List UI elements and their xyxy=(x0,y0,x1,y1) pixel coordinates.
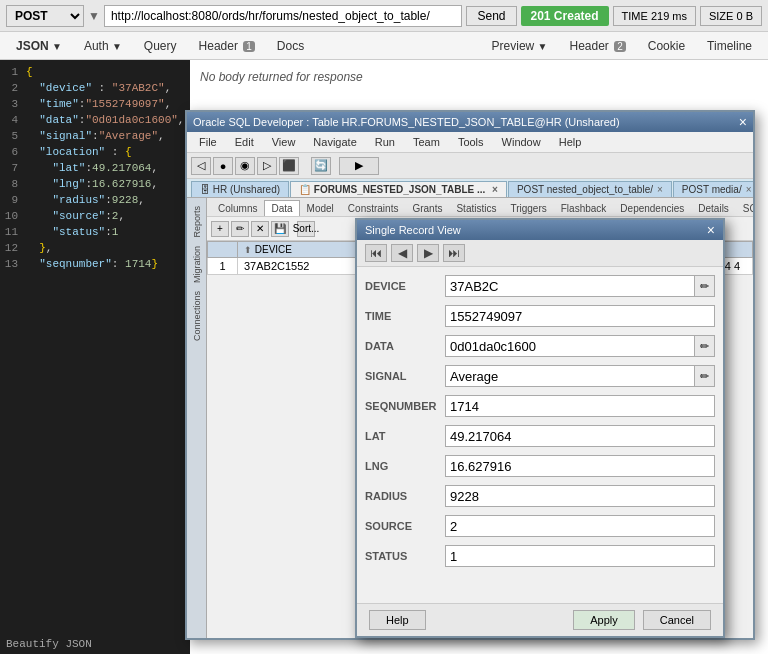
field-device-pencil-button[interactable]: ✏ xyxy=(695,275,715,297)
dialog-cancel-button[interactable]: Cancel xyxy=(643,610,711,630)
oracle-tab-post2[interactable]: POST media/× xyxy=(673,181,753,197)
toolbar-btn-2[interactable]: ● xyxy=(213,157,233,175)
oracle-toolbar: ◁ ● ◉ ▷ ⬛ 🔄 ▶ xyxy=(187,153,753,179)
subtab-triggers[interactable]: Triggers xyxy=(503,200,553,216)
toolbar-btn-5[interactable]: ⬛ xyxy=(279,157,299,175)
field-time-input[interactable] xyxy=(445,305,715,327)
tab-timeline[interactable]: Timeline xyxy=(697,35,762,57)
subtab-columns[interactable]: Columns xyxy=(211,200,264,216)
subtab-constraints[interactable]: Constraints xyxy=(341,200,406,216)
oracle-tab-table-close[interactable]: × xyxy=(492,184,498,195)
table-tool-edit[interactable]: ✏ xyxy=(231,221,249,237)
nav-prev-button[interactable]: ◀ xyxy=(391,244,413,262)
field-lat-row: LAT xyxy=(365,425,715,447)
side-panel: Reports Migration Connections xyxy=(187,198,207,638)
menu-navigate[interactable]: Navigate xyxy=(305,134,364,150)
menu-window[interactable]: Window xyxy=(494,134,549,150)
menu-file[interactable]: File xyxy=(191,134,225,150)
toolbar-btn-3[interactable]: ◉ xyxy=(235,157,255,175)
json-line-11: 11 "status":1 xyxy=(4,224,186,240)
menu-team[interactable]: Team xyxy=(405,134,448,150)
menu-tools[interactable]: Tools xyxy=(450,134,492,150)
field-signal-pencil-button[interactable]: ✏ xyxy=(695,365,715,387)
resp-header-count-badge: 2 xyxy=(614,41,626,52)
nav-last-button[interactable]: ⏭ xyxy=(443,244,465,262)
subtab-grants[interactable]: Grants xyxy=(405,200,449,216)
single-record-dialog: Single Record View × ⏮ ◀ ▶ ⏭ DEVICE ✏ TI… xyxy=(355,218,725,638)
nav-next-button[interactable]: ▶ xyxy=(417,244,439,262)
field-source-input[interactable] xyxy=(445,515,715,537)
oracle-tab-post2-close[interactable]: × xyxy=(746,184,752,195)
json-line-6: 6 "location" : { xyxy=(4,144,186,160)
menu-run[interactable]: Run xyxy=(367,134,403,150)
oracle-tabs: 🗄 HR (Unshared) 📋 FORUMS_NESTED_JSON_TAB… xyxy=(187,179,753,198)
no-body-text: No body returned for response xyxy=(200,70,363,84)
url-input[interactable] xyxy=(104,5,463,27)
oracle-tab-hr-icon: 🗄 xyxy=(200,184,213,195)
tab-query[interactable]: Query xyxy=(134,35,187,57)
time-badge: TIME 219 ms xyxy=(613,6,696,26)
tab-auth[interactable]: Auth ▼ xyxy=(74,35,132,57)
dialog-title: Single Record View xyxy=(365,224,461,236)
field-status-input[interactable] xyxy=(445,545,715,567)
tab-json[interactable]: JSON ▼ xyxy=(6,35,72,57)
field-lng-input[interactable] xyxy=(445,455,715,477)
toolbar-btn-1[interactable]: ◁ xyxy=(191,157,211,175)
menu-edit[interactable]: Edit xyxy=(227,134,262,150)
json-line-13: 13 "seqnumber": 1714} xyxy=(4,256,186,272)
field-time-row: TIME xyxy=(365,305,715,327)
field-data-input[interactable] xyxy=(445,335,695,357)
oracle-close-button[interactable]: × xyxy=(739,115,747,129)
toolbar-btn-6[interactable]: 🔄 xyxy=(311,157,331,175)
oracle-tab-post1-close[interactable]: × xyxy=(657,184,663,195)
oracle-tab-table[interactable]: 📋 FORUMS_NESTED_JSON_TABLE ... × xyxy=(290,181,507,197)
oracle-titlebar: Oracle SQL Developer : Table HR.FORUMS_N… xyxy=(187,112,753,132)
field-device-input-group: ✏ xyxy=(445,275,715,297)
menu-view[interactable]: View xyxy=(264,134,304,150)
send-button[interactable]: Send xyxy=(466,6,516,26)
field-device-input[interactable] xyxy=(445,275,695,297)
subtab-model[interactable]: Model xyxy=(300,200,341,216)
table-tool-sort[interactable]: Sort... xyxy=(297,221,315,237)
dialog-help-button[interactable]: Help xyxy=(369,610,426,630)
table-tool-add[interactable]: + xyxy=(211,221,229,237)
tab-header[interactable]: Header 1 xyxy=(189,35,265,57)
field-data-pencil-button[interactable]: ✏ xyxy=(695,335,715,357)
subtab-flashback[interactable]: Flashback xyxy=(554,200,614,216)
toolbar-btn-4[interactable]: ▷ xyxy=(257,157,277,175)
json-line-1: 1{ xyxy=(4,64,186,80)
dialog-close-button[interactable]: × xyxy=(707,223,715,237)
oracle-tab-post1[interactable]: POST nested_object_to_table/× xyxy=(508,181,672,197)
toolbar-btn-7[interactable]: ▶ xyxy=(339,157,379,175)
field-signal-input[interactable] xyxy=(445,365,695,387)
method-select[interactable]: POST GET PUT DELETE xyxy=(6,5,84,27)
field-radius-input[interactable] xyxy=(445,485,715,507)
subtab-statistics[interactable]: Statistics xyxy=(449,200,503,216)
field-data-label: DATA xyxy=(365,340,445,352)
table-tool-save[interactable]: 💾 xyxy=(271,221,289,237)
tab-response-header[interactable]: Header 2 xyxy=(559,35,635,57)
side-btn-migration[interactable]: Migration xyxy=(190,242,204,287)
oracle-tab-hr[interactable]: 🗄 HR (Unshared) xyxy=(191,181,289,197)
menu-help[interactable]: Help xyxy=(551,134,590,150)
tab-cookie[interactable]: Cookie xyxy=(638,35,695,57)
subtab-details[interactable]: Details xyxy=(691,200,736,216)
field-lat-input[interactable] xyxy=(445,425,715,447)
table-subtabs: Columns Data Model Constraints Grants St… xyxy=(207,198,753,217)
subtab-dependencies[interactable]: Dependencies xyxy=(613,200,691,216)
field-status-label: STATUS xyxy=(365,550,445,562)
dialog-apply-button[interactable]: Apply xyxy=(573,610,635,630)
subtab-data[interactable]: Data xyxy=(264,200,299,216)
field-lat-label: LAT xyxy=(365,430,445,442)
field-seqnumber-input[interactable] xyxy=(445,395,715,417)
subtab-sql[interactable]: SQL xyxy=(736,200,753,216)
table-tool-delete[interactable]: ✕ xyxy=(251,221,269,237)
side-btn-connections[interactable]: Connections xyxy=(190,287,204,345)
nav-first-button[interactable]: ⏮ xyxy=(365,244,387,262)
beautify-json-button[interactable]: Beautify JSON xyxy=(6,638,92,650)
side-btn-reports[interactable]: Reports xyxy=(190,202,204,242)
tab-preview[interactable]: Preview ▼ xyxy=(482,35,558,57)
field-seqnumber-label: SEQNUMBER xyxy=(365,400,445,412)
field-radius-row: RADIUS xyxy=(365,485,715,507)
tab-docs[interactable]: Docs xyxy=(267,35,314,57)
